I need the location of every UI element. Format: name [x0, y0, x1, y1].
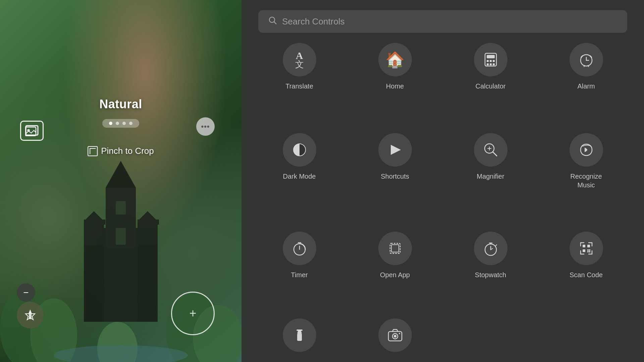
dot-4	[129, 122, 132, 125]
empty-slot-4	[545, 318, 579, 352]
stopwatch-icon	[482, 240, 499, 257]
open-app-label: Open App	[380, 270, 410, 279]
search-controls-bar[interactable]: Search Controls	[258, 10, 627, 33]
pinch-to-crop-label: Pinch to Crop	[88, 146, 154, 156]
open-app-icon	[387, 240, 404, 257]
zoom-minus-button[interactable]: −	[17, 283, 35, 302]
dark-mode-label: Dark Mode	[283, 172, 316, 181]
svg-rect-32	[487, 60, 489, 62]
stopwatch-icon-bg	[474, 232, 507, 265]
svg-line-42	[590, 56, 592, 57]
control-translate[interactable]: A 文 Translate	[258, 43, 340, 123]
empty-slot-3	[449, 318, 483, 352]
zoom-plus-button[interactable]: +	[171, 292, 215, 335]
svg-rect-65	[583, 245, 585, 247]
control-camera[interactable]	[354, 318, 436, 352]
calculator-icon-bg	[474, 43, 507, 76]
flashlight-button[interactable]	[17, 302, 44, 328]
home-label: Home	[386, 82, 404, 90]
svg-rect-33	[490, 60, 492, 62]
svg-rect-72	[297, 334, 302, 341]
translate-label: Translate	[285, 82, 313, 90]
control-shortcuts[interactable]: Shortcuts	[354, 133, 436, 222]
scan-code-icon	[578, 240, 595, 257]
shortcuts-icon-bg	[378, 133, 412, 167]
svg-rect-24	[25, 127, 36, 136]
dots-indicator	[102, 119, 139, 128]
search-placeholder: Search Controls	[282, 16, 344, 27]
svg-point-78	[399, 333, 400, 334]
dark-mode-icon-bg	[283, 133, 316, 167]
control-recognize-music[interactable]: Recognize Music	[545, 133, 627, 222]
timer-icon	[291, 240, 308, 257]
svg-rect-71	[589, 251, 590, 252]
svg-rect-69	[589, 249, 590, 251]
control-open-app[interactable]: Open App	[354, 232, 436, 312]
alarm-icon	[578, 51, 595, 68]
control-timer[interactable]: Timer	[258, 232, 340, 312]
more-options-button[interactable]: •••	[196, 117, 215, 136]
open-app-icon-bg	[378, 232, 412, 265]
svg-line-41	[581, 56, 583, 57]
svg-rect-68	[587, 249, 589, 251]
control-scan-code[interactable]: Scan Code	[545, 232, 627, 312]
magnifier-icon	[482, 141, 499, 158]
svg-line-51	[493, 152, 497, 156]
control-calculator[interactable]: Calculator	[449, 43, 532, 123]
camera-icon	[387, 327, 404, 344]
controls-grid: A 文 Translate 🏠 Home	[258, 43, 627, 312]
dot-3	[122, 122, 126, 125]
svg-rect-34	[493, 60, 495, 62]
svg-rect-37	[493, 63, 495, 65]
timer-label: Timer	[291, 270, 308, 279]
svg-point-28	[269, 17, 275, 22]
control-home[interactable]: 🏠 Home	[354, 43, 436, 123]
svg-rect-31	[487, 55, 495, 58]
timer-icon-bg	[283, 232, 316, 265]
calculator-icon	[482, 51, 499, 68]
shortcuts-label: Shortcuts	[381, 172, 409, 181]
gallery-svg	[25, 125, 39, 136]
left-panel: Natural ••• Pinch to Crop − +	[0, 0, 241, 362]
crop-icon	[88, 146, 98, 156]
wallpaper-style-label: Natural	[99, 97, 142, 111]
control-dark-mode[interactable]: Dark Mode	[258, 133, 340, 222]
shortcuts-icon	[387, 141, 404, 158]
control-flashlight[interactable]	[258, 318, 340, 352]
camera-icon-bg	[378, 318, 412, 352]
svg-marker-49	[391, 145, 401, 155]
dot-2	[116, 122, 119, 125]
flashlight-icon-bg	[283, 318, 316, 352]
home-icon-bg: 🏠	[378, 43, 412, 76]
translate-icon-bg: A 文	[283, 43, 316, 76]
svg-point-77	[394, 335, 396, 338]
dot-1	[109, 122, 112, 125]
calculator-label: Calculator	[475, 82, 505, 90]
control-alarm[interactable]: Alarm	[545, 43, 627, 123]
control-stopwatch[interactable]: Stopwatch	[449, 232, 532, 312]
svg-rect-70	[587, 251, 589, 252]
left-overlay-controls: Natural ••• Pinch to Crop − +	[0, 0, 241, 362]
svg-rect-58	[391, 245, 399, 252]
right-panel: Search Controls A 文 Translate 🏠 Home	[241, 0, 644, 362]
svg-rect-66	[587, 245, 590, 247]
svg-rect-26	[29, 314, 32, 319]
magnifier-icon-bg	[474, 133, 507, 167]
stopwatch-label: Stopwatch	[475, 270, 506, 279]
recognize-music-icon-bg	[570, 133, 603, 167]
svg-line-29	[274, 22, 276, 24]
magnifier-label: Magnifier	[477, 172, 504, 181]
recognize-music-icon	[578, 141, 595, 158]
svg-rect-35	[487, 63, 489, 65]
dark-mode-icon	[291, 141, 308, 158]
wallpaper-gallery-icon[interactable]	[20, 121, 44, 141]
recognize-music-label: Recognize Music	[570, 172, 602, 189]
svg-rect-36	[490, 63, 492, 65]
search-icon	[268, 16, 277, 27]
svg-rect-74	[297, 329, 303, 331]
search-svg	[268, 16, 277, 25]
flashlight2-icon	[292, 327, 307, 343]
control-magnifier[interactable]: Magnifier	[449, 133, 532, 222]
alarm-label: Alarm	[577, 82, 595, 90]
svg-rect-67	[583, 249, 585, 252]
